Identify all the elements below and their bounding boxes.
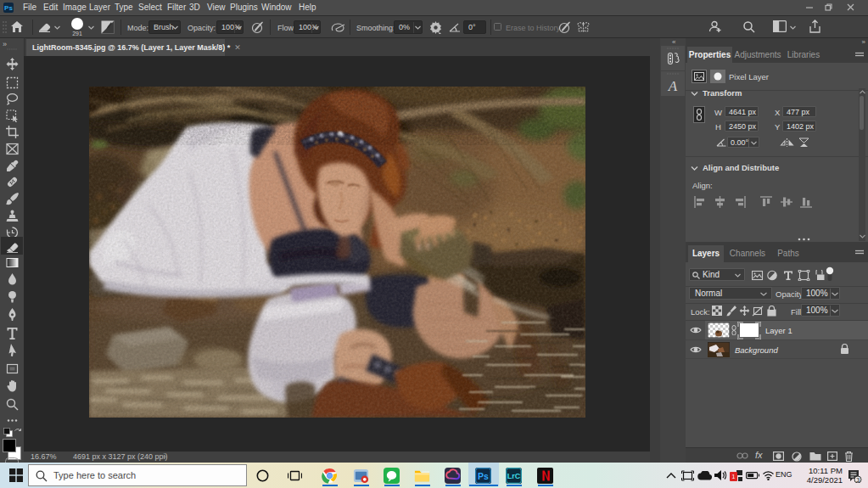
svg-text:Ps: Ps xyxy=(4,4,13,12)
svg-text:291: 291 xyxy=(72,31,82,36)
svg-text:1: 1 xyxy=(732,474,736,480)
svg-text:LrC: LrC xyxy=(507,472,521,480)
svg-text:A: A xyxy=(668,78,678,94)
svg-text:Ps: Ps xyxy=(478,472,489,481)
svg-text:3: 3 xyxy=(856,476,860,483)
